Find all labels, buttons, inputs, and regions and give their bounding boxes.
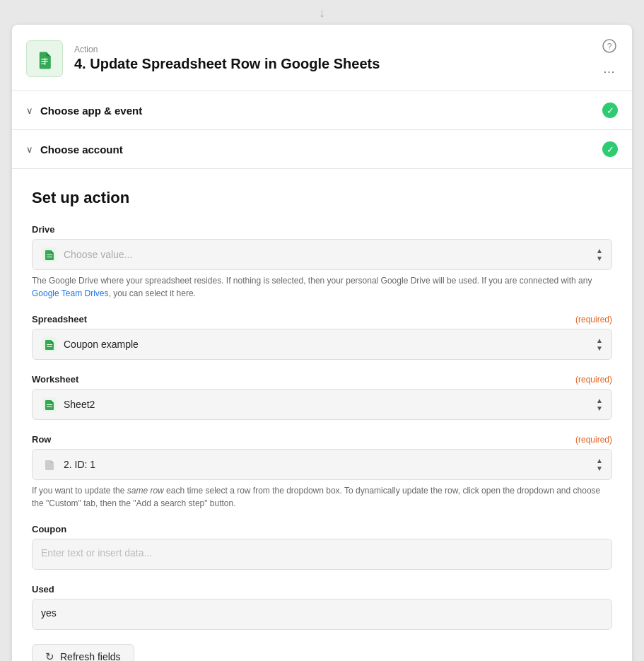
drive-label: Drive bbox=[32, 224, 55, 235]
worksheet-required: (required) bbox=[575, 375, 612, 385]
svg-rect-12 bbox=[47, 346, 52, 347]
header-text: Action 4. Update Spreadsheet Row in Goog… bbox=[74, 45, 590, 72]
app-check-icon: ✓ bbox=[602, 103, 618, 118]
refresh-icon: ↻ bbox=[45, 650, 54, 661]
google-team-drives-link[interactable]: Google Team Drives bbox=[32, 288, 109, 298]
used-value: yes bbox=[41, 607, 57, 619]
chevron-app-icon: ∨ bbox=[26, 105, 33, 116]
coupon-input[interactable]: Enter text or insert data... bbox=[32, 539, 612, 570]
refresh-fields-button[interactable]: ↻ Refresh fields bbox=[32, 644, 134, 661]
svg-rect-4 bbox=[45, 58, 45, 65]
worksheet-select-icon bbox=[41, 396, 58, 413]
choose-account-label: Choose account bbox=[40, 144, 602, 156]
worksheet-value: Sheet2 bbox=[64, 399, 596, 410]
row-value: 2. ID: 1 bbox=[64, 459, 596, 470]
setup-title: Set up action bbox=[32, 189, 612, 207]
spreadsheet-arrows: ▲ ▼ bbox=[596, 337, 603, 352]
svg-rect-11 bbox=[47, 344, 52, 345]
used-field-group: Used yes bbox=[32, 584, 612, 630]
drive-hint: The Google Drive where your spreadsheet … bbox=[32, 274, 612, 300]
drive-arrows: ▲ ▼ bbox=[596, 247, 603, 262]
row-select[interactable]: 2. ID: 1 ▲ ▼ bbox=[32, 449, 612, 480]
action-card: Action 4. Update Spreadsheet Row in Goog… bbox=[12, 25, 632, 661]
spreadsheet-label: Spreadsheet bbox=[32, 314, 87, 324]
row-field-group: Row (required) 2. ID: 1 ▲ ▼ bbox=[32, 434, 612, 510]
svg-rect-8 bbox=[47, 255, 52, 255]
coupon-field-group: Coupon Enter text or insert data... bbox=[32, 524, 612, 570]
row-hint: If you want to update the same row each … bbox=[32, 484, 612, 510]
action-title: 4. Update Spreadsheet Row in Google Shee… bbox=[74, 56, 590, 72]
row-arrows: ▲ ▼ bbox=[596, 457, 603, 472]
setup-action-body: Set up action Drive bbox=[12, 169, 632, 661]
row-select-icon bbox=[41, 456, 58, 473]
used-label: Used bbox=[32, 584, 54, 595]
page-wrapper: ↓ Action 4. Update Spreadsheet Row in Go… bbox=[0, 0, 644, 661]
app-icon bbox=[26, 40, 63, 77]
drive-select-icon bbox=[41, 246, 58, 263]
choose-app-section[interactable]: ∨ Choose app & event ✓ bbox=[12, 91, 632, 130]
coupon-label: Coupon bbox=[32, 524, 66, 534]
drive-field-group: Drive Choose value... ▲ bbox=[32, 224, 612, 300]
row-label: Row bbox=[32, 434, 51, 445]
chevron-account-icon: ∨ bbox=[26, 144, 33, 155]
worksheet-select[interactable]: Sheet2 ▲ ▼ bbox=[32, 389, 612, 420]
drive-select[interactable]: Choose value... ▲ ▼ bbox=[32, 239, 612, 270]
choose-account-section[interactable]: ∨ Choose account ✓ bbox=[12, 130, 632, 169]
action-label: Action bbox=[74, 45, 590, 54]
svg-rect-9 bbox=[47, 257, 52, 257]
svg-rect-14 bbox=[47, 404, 52, 405]
spreadsheet-required: (required) bbox=[575, 315, 612, 324]
spreadsheet-field-group: Spreadsheet (required) Coupon example bbox=[32, 314, 612, 360]
used-input[interactable]: yes bbox=[32, 599, 612, 630]
worksheet-label: Worksheet bbox=[32, 374, 78, 385]
card-header: Action 4. Update Spreadsheet Row in Goog… bbox=[12, 25, 632, 91]
svg-rect-15 bbox=[47, 406, 52, 407]
svg-text:?: ? bbox=[607, 42, 612, 52]
more-options-button[interactable]: ··· bbox=[602, 64, 616, 79]
spreadsheet-select-icon bbox=[41, 336, 58, 353]
row-required: (required) bbox=[575, 435, 612, 445]
connector-arrow: ↓ bbox=[319, 0, 325, 25]
account-check-icon: ✓ bbox=[602, 141, 618, 157]
worksheet-field-group: Worksheet (required) Sheet2 bbox=[32, 374, 612, 420]
drive-placeholder: Choose value... bbox=[64, 249, 596, 260]
choose-app-label: Choose app & event bbox=[40, 105, 602, 117]
worksheet-arrows: ▲ ▼ bbox=[596, 397, 603, 412]
spreadsheet-select[interactable]: Coupon example ▲ ▼ bbox=[32, 329, 612, 360]
help-button[interactable]: ? bbox=[601, 37, 618, 57]
spreadsheet-value: Coupon example bbox=[64, 339, 596, 350]
header-icons: ? ··· bbox=[601, 37, 618, 79]
coupon-placeholder: Enter text or insert data... bbox=[41, 547, 152, 558]
refresh-button-label: Refresh fields bbox=[60, 651, 121, 661]
